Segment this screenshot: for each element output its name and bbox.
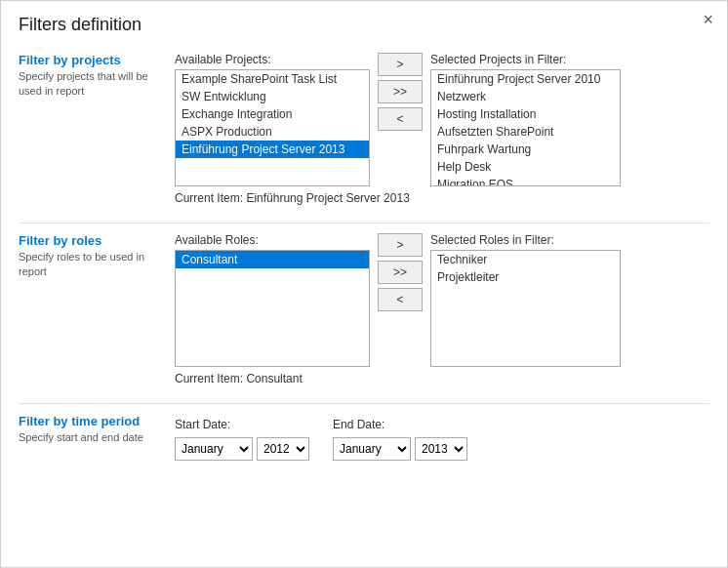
projects-description: Specify projects that will be used in re… bbox=[19, 69, 155, 100]
list-item[interactable]: Exchange Integration bbox=[176, 105, 369, 123]
roles-add-all-button[interactable]: >> bbox=[378, 261, 423, 284]
start-date-group: Start Date: January February March April… bbox=[175, 418, 309, 461]
list-item[interactable]: Fuhrpark Wartung bbox=[431, 141, 620, 158]
close-button[interactable]: × bbox=[703, 11, 713, 28]
list-item[interactable]: Einführung Project Server 2010 bbox=[431, 70, 620, 88]
list-item[interactable]: Migration EOS bbox=[431, 176, 620, 186]
projects-section: Filter by projects Specify projects that… bbox=[19, 53, 709, 205]
end-month-select[interactable]: January February March April May June Ju… bbox=[333, 437, 411, 461]
projects-current-item-value: Einführung Project Server 2013 bbox=[246, 191, 409, 205]
start-year-select[interactable]: 2010 2011 2012 2013 2014 2015 bbox=[257, 437, 309, 461]
list-item[interactable]: Aufsetzten SharePoint bbox=[431, 123, 620, 141]
available-projects-col: Available Projects: Example SharePoint T… bbox=[175, 53, 370, 186]
roles-add-button[interactable]: > bbox=[378, 233, 423, 257]
roles-current-item-value: Consultant bbox=[246, 372, 302, 385]
selected-projects-list[interactable]: Einführung Project Server 2010 Netzwerk … bbox=[430, 69, 621, 186]
list-item[interactable]: Einführung Project Server 2013 bbox=[176, 141, 369, 158]
selected-roles-col: Selected Roles in Filter: Techniker Proj… bbox=[430, 233, 621, 367]
projects-add-all-button[interactable]: >> bbox=[378, 80, 423, 103]
time-section: Filter by time period Specify start and … bbox=[19, 414, 709, 461]
projects-remove-button[interactable]: < bbox=[378, 107, 423, 131]
time-description: Specify start and end date bbox=[19, 430, 155, 445]
selected-roles-label: Selected Roles in Filter: bbox=[430, 233, 621, 247]
dialog-title: Filters definition bbox=[1, 1, 727, 45]
projects-lists-row: Available Projects: Example SharePoint T… bbox=[175, 53, 621, 186]
available-roles-col: Available Roles: Consultant bbox=[175, 233, 370, 367]
list-item[interactable]: Netzwerk bbox=[431, 88, 620, 105]
projects-arrow-buttons: > >> < bbox=[378, 53, 423, 131]
roles-description: Specify roles to be used in report bbox=[19, 250, 155, 280]
roles-current-item-prefix: Current Item: bbox=[175, 372, 243, 385]
projects-current-item: Current Item: Einführung Project Server … bbox=[175, 191, 621, 205]
list-item[interactable]: Consultant bbox=[176, 251, 369, 268]
roles-remove-button[interactable]: < bbox=[378, 288, 423, 311]
start-month-select[interactable]: January February March April May June Ju… bbox=[175, 437, 253, 461]
available-projects-label: Available Projects: bbox=[175, 53, 370, 66]
projects-add-button[interactable]: > bbox=[378, 53, 423, 76]
end-year-select[interactable]: 2010 2011 2012 2013 2014 2015 bbox=[415, 437, 467, 461]
dialog-body: Filter by projects Specify projects that… bbox=[1, 45, 727, 564]
start-date-label: Start Date: bbox=[175, 418, 309, 431]
selected-projects-col: Selected Projects in Filter: Einführung … bbox=[430, 53, 621, 186]
time-header: Filter by time period bbox=[19, 414, 175, 428]
roles-arrow-buttons: > >> < bbox=[378, 233, 423, 311]
list-item[interactable]: SW Entwicklung bbox=[176, 88, 369, 105]
projects-label-col: Filter by projects Specify projects that… bbox=[19, 53, 175, 205]
roles-lists-col: Available Roles: Consultant > >> < bbox=[175, 233, 621, 385]
available-projects-list[interactable]: Example SharePoint Task List SW Entwickl… bbox=[175, 69, 370, 186]
roles-lists-row: Available Roles: Consultant > >> < bbox=[175, 233, 621, 367]
roles-label-col: Filter by roles Specify roles to be used… bbox=[19, 233, 175, 385]
selected-roles-list[interactable]: Techniker Projektleiter bbox=[430, 250, 621, 367]
divider-1 bbox=[19, 223, 709, 223]
divider-2 bbox=[19, 403, 709, 404]
start-date-selects: January February March April May June Ju… bbox=[175, 437, 309, 461]
roles-current-item: Current Item: Consultant bbox=[175, 372, 621, 385]
list-item[interactable]: Techniker bbox=[431, 251, 620, 268]
projects-lists-col: Available Projects: Example SharePoint T… bbox=[175, 53, 621, 205]
available-roles-list[interactable]: Consultant bbox=[175, 250, 370, 367]
time-period-row: Start Date: January February March April… bbox=[175, 418, 467, 461]
projects-current-item-prefix: Current Item: bbox=[175, 191, 243, 205]
end-date-selects: January February March April May June Ju… bbox=[333, 437, 467, 461]
list-item[interactable]: Help Desk bbox=[431, 158, 620, 176]
list-item[interactable]: Hosting Installation bbox=[431, 105, 620, 123]
available-roles-label: Available Roles: bbox=[175, 233, 370, 247]
filters-dialog: Filters definition × Filter by projects … bbox=[0, 0, 728, 568]
roles-header: Filter by roles bbox=[19, 233, 175, 248]
end-date-group: End Date: January February March April M… bbox=[333, 418, 467, 461]
end-date-label: End Date: bbox=[333, 418, 467, 431]
projects-header: Filter by projects bbox=[19, 53, 175, 67]
list-item[interactable]: Projektleiter bbox=[431, 268, 620, 286]
roles-section: Filter by roles Specify roles to be used… bbox=[19, 233, 709, 385]
list-item[interactable]: ASPX Production bbox=[176, 123, 369, 141]
time-label-col: Filter by time period Specify start and … bbox=[19, 414, 175, 461]
selected-projects-label: Selected Projects in Filter: bbox=[430, 53, 621, 66]
list-item[interactable]: Example SharePoint Task List bbox=[176, 70, 369, 88]
